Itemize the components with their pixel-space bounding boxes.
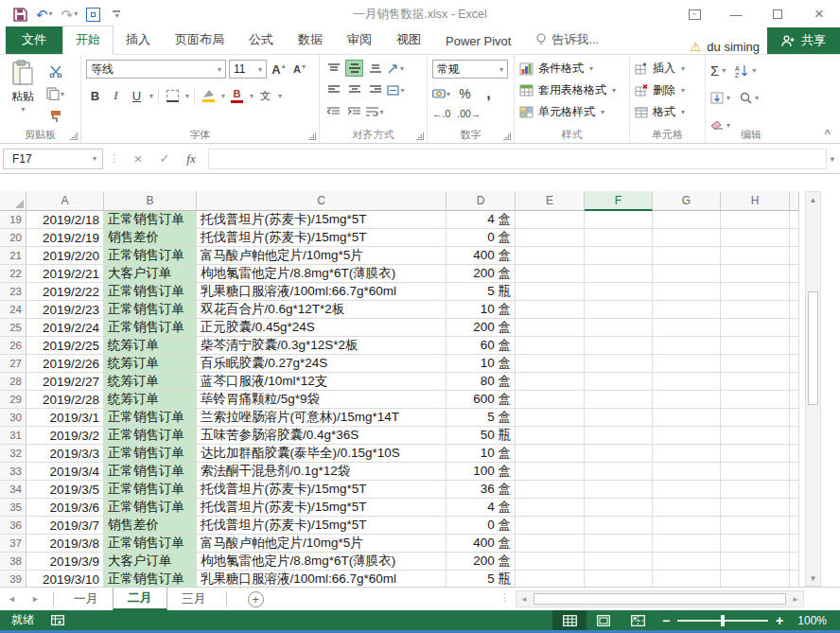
cell-partial-37[interactable] <box>790 535 799 553</box>
cell-H36[interactable] <box>721 517 790 535</box>
cell-B38[interactable]: 大客户订单 <box>104 553 197 571</box>
sheet-tab-三月[interactable]: 三月 <box>167 588 220 610</box>
cell-A30[interactable]: 2019/3/1 <box>26 409 104 427</box>
orientation-button[interactable]: ▾ <box>387 60 405 77</box>
cell-C36[interactable]: 托伐普坦片(苏麦卡)/15mg*5T <box>197 517 446 535</box>
cell-A34[interactable]: 2019/3/5 <box>26 481 104 499</box>
tab-formulas[interactable]: 公式 <box>236 26 286 54</box>
tab-page-layout[interactable]: 页面布局 <box>163 26 236 54</box>
redo-caret-icon[interactable]: ▾ <box>74 10 78 18</box>
cell-E29[interactable] <box>516 391 585 409</box>
sort-filter-button[interactable]: AZ▾ <box>735 60 756 81</box>
cell-C22[interactable]: 枸地氯雷他定片/8.8mg*6T(薄膜衣) <box>197 265 446 283</box>
cell-B36[interactable]: 销售差价 <box>104 517 197 535</box>
cell-F36[interactable] <box>585 517 653 535</box>
phonetic-guide-button[interactable]: 文 <box>256 87 274 104</box>
row-header-22[interactable]: 22 <box>0 265 26 283</box>
cell-B29[interactable]: 统筹订单 <box>104 391 197 409</box>
cell-B26[interactable]: 统筹订单 <box>104 337 197 355</box>
tab-power-pivot[interactable]: Power Pivot <box>433 29 523 54</box>
cell-H39[interactable] <box>721 571 790 587</box>
cell-C24[interactable]: 双花百合片/0.6g*12T*2板 <box>197 301 446 319</box>
customize-qat-button[interactable]: ▾ <box>113 10 120 18</box>
cell-D29[interactable]: 600 盒 <box>446 391 516 409</box>
row-header-26[interactable]: 26 <box>0 337 26 355</box>
cell-partial-25[interactable] <box>790 319 799 337</box>
cell-H22[interactable] <box>721 265 790 283</box>
cell-A37[interactable]: 2019/3/8 <box>26 535 104 553</box>
italic-button[interactable]: I <box>107 87 125 104</box>
macro-record-icon[interactable] <box>51 615 64 625</box>
cell-D20[interactable]: 0 盒 <box>446 229 516 247</box>
cell-styles-button[interactable]: 单元格样式▾ <box>517 101 626 123</box>
row-header-25[interactable]: 25 <box>0 319 26 337</box>
align-right-button[interactable] <box>366 81 384 98</box>
increase-decimal-button[interactable]: ←.0 <box>432 108 450 119</box>
cell-D31[interactable]: 50 瓶 <box>446 427 516 445</box>
column-header-A[interactable]: A <box>26 191 104 211</box>
cell-partial-26[interactable] <box>790 337 799 355</box>
cell-G31[interactable] <box>653 427 721 445</box>
cell-B33[interactable]: 正常销售订单 <box>104 463 197 481</box>
row-header-24[interactable]: 24 <box>0 301 26 319</box>
row-header-38[interactable]: 38 <box>0 553 26 571</box>
font-color-button[interactable]: B <box>228 87 246 104</box>
middle-align-button[interactable] <box>345 60 363 77</box>
cell-G34[interactable] <box>653 481 721 499</box>
tab-home[interactable]: 开始 <box>62 26 114 55</box>
format-as-table-button[interactable]: 套用表格格式▾ <box>517 79 626 101</box>
expand-formula-bar-icon[interactable]: ▾ <box>830 154 840 164</box>
cell-D33[interactable]: 100 盒 <box>446 463 516 481</box>
cell-E31[interactable] <box>516 427 585 445</box>
page-layout-view-button[interactable] <box>586 610 621 630</box>
ribbon-display-options-button[interactable]: ^ <box>674 0 715 28</box>
cell-partial-28[interactable] <box>790 373 799 391</box>
copy-button[interactable]: ▾ <box>46 85 64 102</box>
fill-color-button[interactable] <box>200 87 218 104</box>
cell-D36[interactable]: 0 盒 <box>446 517 516 535</box>
clipboard-dialog-launcher[interactable] <box>70 132 78 140</box>
cell-H26[interactable] <box>721 337 790 355</box>
decrease-indent-button[interactable] <box>324 103 342 120</box>
cell-F19[interactable] <box>585 211 653 229</box>
row-header-30[interactable]: 30 <box>0 409 26 427</box>
select-all-corner[interactable] <box>0 191 26 211</box>
find-select-button[interactable]: ▾ <box>740 87 759 109</box>
cell-B39[interactable]: 正常销售订单 <box>104 571 197 587</box>
sheet-prev-icon[interactable]: ◄ <box>0 594 24 604</box>
cell-B32[interactable]: 正常销售订单 <box>104 445 197 463</box>
cell-H32[interactable] <box>721 445 790 463</box>
cell-H38[interactable] <box>721 553 790 571</box>
row-header-27[interactable]: 27 <box>0 355 26 373</box>
cell-H20[interactable] <box>721 229 790 247</box>
column-header-C[interactable]: C <box>197 191 446 211</box>
cell-F31[interactable] <box>585 427 653 445</box>
cell-E21[interactable] <box>516 247 585 265</box>
cell-G19[interactable] <box>653 211 721 229</box>
tab-scroll-splitter[interactable]: ⋮ <box>499 591 510 604</box>
cell-A24[interactable]: 2019/2/23 <box>26 301 104 319</box>
cell-G20[interactable] <box>653 229 721 247</box>
cell-B28[interactable]: 统筹订单 <box>104 373 197 391</box>
cell-F20[interactable] <box>585 229 653 247</box>
column-header-G[interactable]: G <box>653 191 721 211</box>
account-area[interactable]: ⚠ du siming <box>691 40 767 54</box>
cell-partial-29[interactable] <box>790 391 799 409</box>
cell-G35[interactable] <box>653 499 721 517</box>
cut-button[interactable] <box>46 62 64 79</box>
tab-tell-me[interactable]: 告诉我... <box>523 26 611 54</box>
scroll-up-icon[interactable]: ▲ <box>806 192 820 207</box>
column-header-E[interactable]: E <box>516 191 585 211</box>
cell-partial-36[interactable] <box>790 517 799 535</box>
row-header-31[interactable]: 31 <box>0 427 26 445</box>
row-header-36[interactable]: 36 <box>0 517 26 535</box>
row-header-37[interactable]: 37 <box>0 535 26 553</box>
cell-E30[interactable] <box>516 409 585 427</box>
delete-cells-button[interactable]: 删除▾ <box>633 79 702 101</box>
zoom-out-button[interactable]: − <box>655 613 677 628</box>
cell-F37[interactable] <box>585 535 653 553</box>
cell-E22[interactable] <box>516 265 585 283</box>
cell-partial-19[interactable] <box>790 211 799 229</box>
vertical-scroll-thumb[interactable] <box>808 291 818 405</box>
cell-F22[interactable] <box>585 265 653 283</box>
